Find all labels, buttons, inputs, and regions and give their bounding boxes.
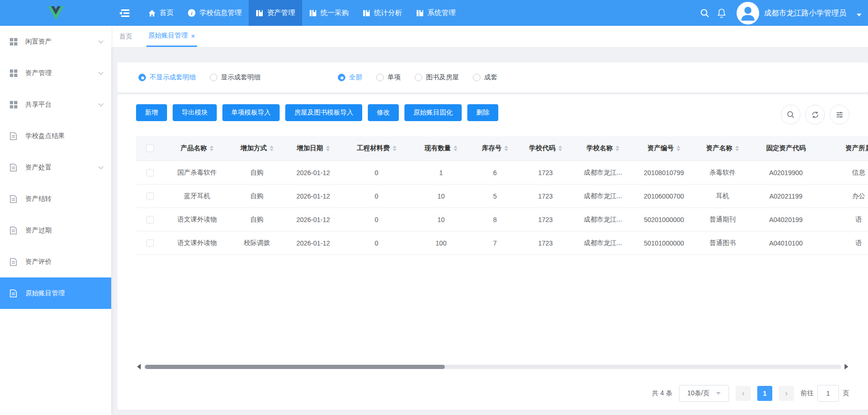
sidebar-item-资产评价[interactable]: 资产评价 — [0, 246, 111, 277]
column-header-现有数量[interactable]: 现有数量 — [411, 144, 472, 153]
search-icon[interactable] — [696, 5, 713, 22]
sidebar-item-资产结转[interactable]: 资产结转 — [0, 183, 111, 215]
column-header-库存号[interactable]: 库存号 — [472, 144, 518, 153]
sort-carets-icon[interactable] — [616, 144, 619, 153]
sort-carets-icon[interactable] — [735, 144, 739, 153]
app-logo[interactable] — [0, 0, 111, 26]
table-row-1[interactable]: 国产杀毒软件自购2026-01-120161723成都市龙江...2010801… — [136, 161, 868, 184]
button-原始账目固化[interactable]: 原始账目固化 — [404, 104, 462, 121]
sort-carets-icon[interactable] — [326, 144, 330, 153]
button-单项模板导入[interactable]: 单项模板导入 — [222, 104, 280, 121]
sort-carets-icon[interactable] — [270, 144, 274, 153]
cell-学校名称: 成都市龙江... — [572, 192, 633, 200]
search-icon[interactable] — [781, 105, 800, 124]
nav-item-资产管理[interactable]: 资产管理 — [249, 0, 302, 26]
refresh-icon[interactable] — [805, 105, 825, 124]
column-header-增加方式[interactable]: 增加方式 — [230, 144, 284, 153]
sort-carets-icon[interactable] — [558, 144, 562, 153]
scroll-left-icon[interactable] — [137, 364, 141, 369]
radio-单项[interactable]: 单项 — [376, 73, 401, 82]
tab-bar: 首页 原始账目管理 × — [111, 26, 868, 47]
radio-checked-icon[interactable] — [338, 74, 345, 81]
select-all-checkbox[interactable] — [146, 145, 154, 152]
cell-库存号: 6 — [472, 169, 518, 177]
table-row-4[interactable]: 语文课外读物校际调拨2026-01-12010071723成都市龙江...501… — [136, 231, 868, 255]
column-header-学校名称[interactable]: 学校名称 — [572, 144, 633, 153]
cell-现有数量: 1 — [411, 169, 472, 177]
sidebar-item-资产处置[interactable]: 资产处置 — [0, 152, 111, 183]
cell-库存号: 8 — [472, 216, 518, 223]
cell-现有数量: 10 — [411, 216, 472, 223]
button-修改[interactable]: 修改 — [368, 104, 399, 121]
row-checkbox-cell — [136, 239, 164, 247]
row-checkbox[interactable] — [146, 169, 154, 177]
column-header-增加日期[interactable]: 增加日期 — [284, 144, 343, 153]
sort-carets-icon[interactable] — [393, 144, 396, 153]
radio-unchecked-icon[interactable] — [473, 74, 480, 81]
goto-page: 前往 页 — [800, 385, 849, 402]
radio-全部[interactable]: 全部 — [338, 73, 362, 82]
sort-carets-icon[interactable] — [210, 144, 213, 153]
column-label: 学校名称 — [586, 144, 613, 153]
column-header-资产编号[interactable]: 资产编号 — [633, 144, 694, 153]
nav-item-label: 统计分析 — [374, 8, 402, 17]
column-header-工程材料费[interactable]: 工程材料费 — [343, 144, 411, 153]
sidebar-item-闲置资产[interactable]: 闲置资产 — [0, 26, 111, 57]
page-number-1[interactable]: 1 — [757, 386, 772, 401]
hamburger-icon[interactable] — [115, 0, 134, 26]
info-icon: i — [188, 9, 196, 17]
row-checkbox[interactable] — [146, 192, 154, 200]
nav-item-系统管理[interactable]: 系统管理 — [409, 0, 463, 26]
radio-unchecked-icon[interactable] — [210, 74, 217, 81]
radio-图书及房屋[interactable]: 图书及房屋 — [415, 73, 459, 82]
sidebar-item-共享平台[interactable]: 共享平台 — [0, 89, 111, 120]
nav-item-学校信息管理[interactable]: i学校信息管理 — [181, 0, 249, 26]
column-label: 学校代码 — [529, 144, 556, 153]
radio-成套[interactable]: 成套 — [473, 73, 497, 82]
button-删除[interactable]: 删除 — [467, 104, 498, 121]
button-新增[interactable]: 新增 — [136, 104, 167, 121]
radio-unchecked-icon[interactable] — [376, 74, 384, 81]
chevron-down-icon[interactable] — [857, 14, 861, 19]
scrollbar-thumb[interactable] — [145, 365, 445, 369]
avatar[interactable] — [737, 2, 759, 24]
column-header-学校代码[interactable]: 学校代码 — [518, 144, 572, 153]
page-size-select[interactable]: 10条/页 — [679, 385, 729, 402]
tab-home[interactable]: 首页 — [117, 26, 134, 47]
next-page-button[interactable]: › — [779, 386, 794, 401]
goto-page-input[interactable] — [817, 385, 839, 402]
close-icon[interactable]: × — [191, 32, 195, 39]
user-name[interactable]: 成都市龙江路小学管理员 — [764, 8, 856, 18]
table-row-3[interactable]: 语文课外读物自购2026-01-1201081723成都市龙江...502010… — [136, 208, 868, 231]
nav-item-首页[interactable]: 首页 — [141, 0, 181, 26]
prev-page-button[interactable]: ‹ — [736, 386, 751, 401]
row-checkbox[interactable] — [146, 239, 154, 247]
sidebar-item-资产管理[interactable]: 资产管理 — [0, 57, 111, 89]
table-row-2[interactable]: 蓝牙耳机自购2026-01-1201051723成都市龙江...20106000… — [136, 184, 868, 208]
radio-显示成套明细[interactable]: 显示成套明细 — [210, 73, 260, 82]
filter-icon[interactable] — [830, 105, 849, 124]
button-房屋及图书模板导入[interactable]: 房屋及图书模板导入 — [285, 104, 362, 121]
button-导出模块[interactable]: 导出模块 — [173, 104, 217, 121]
sort-carets-icon[interactable] — [454, 144, 457, 153]
scroll-right-icon[interactable] — [845, 364, 848, 369]
column-header-资产名称[interactable]: 资产名称 — [694, 144, 751, 153]
sidebar-item-资产过期[interactable]: 资产过期 — [0, 215, 111, 246]
radio-checked-icon[interactable] — [138, 74, 146, 81]
sidebar-item-原始账目管理[interactable]: 原始账目管理 — [0, 277, 111, 309]
scrollbar-track[interactable] — [144, 365, 841, 369]
sort-carets-icon[interactable] — [504, 144, 508, 153]
radio-不显示成套明细[interactable]: 不显示成套明细 — [138, 73, 196, 82]
column-label: 资产编号 — [647, 144, 674, 153]
radio-unchecked-icon[interactable] — [415, 74, 422, 81]
sidebar-item-label: 原始账目管理 — [25, 289, 65, 298]
column-header-产品名称[interactable]: 产品名称 — [164, 144, 230, 153]
nav-item-统一采购[interactable]: 统一采购 — [302, 0, 356, 26]
bell-icon[interactable] — [713, 5, 730, 22]
row-checkbox[interactable] — [146, 216, 154, 223]
tab-original-accounts[interactable]: 原始账目管理 × — [146, 26, 197, 47]
sort-carets-icon[interactable] — [677, 144, 680, 153]
sidebar-item-学校盘点结果[interactable]: 学校盘点结果 — [0, 120, 111, 152]
cell-固定资产代码: A02021199 — [751, 192, 821, 200]
nav-item-统计分析[interactable]: 统计分析 — [356, 0, 409, 26]
